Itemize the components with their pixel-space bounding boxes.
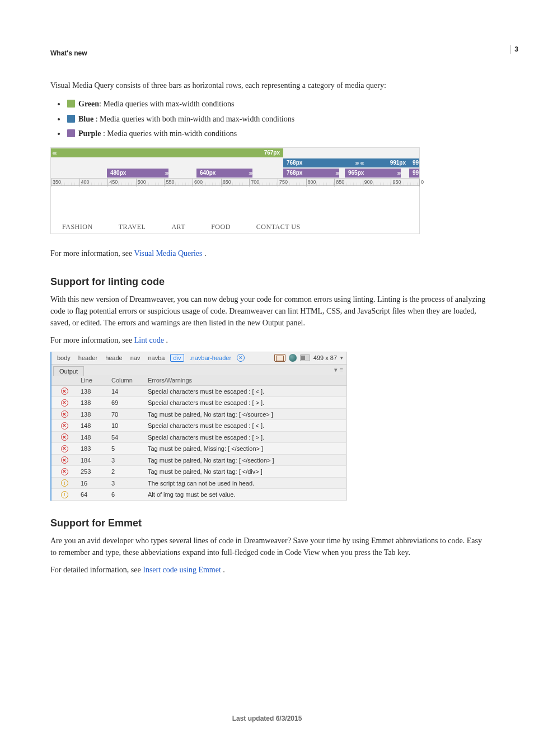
error-icon: ✕ (61, 468, 68, 475)
globe-icon[interactable] (289, 354, 297, 362)
col-message[interactable]: Errors/Warnings (144, 375, 347, 386)
ruler-tick-label: 350 (53, 179, 61, 185)
ruler-tick: 700 (249, 179, 250, 186)
cell-line: 138 (77, 397, 108, 409)
color-swatch (67, 115, 75, 123)
emmet-more-info: For detailed information, see Insert cod… (50, 564, 487, 576)
error-icon: ✕ (61, 433, 68, 441)
cell-message: Tag must be paired, No start tag: [ </se… (144, 454, 347, 466)
mq-blue-b-label: 991px (390, 160, 406, 166)
intro-paragraph: Visual Media Query consists of three bar… (50, 80, 487, 91)
breadcrumb-item[interactable]: header (76, 354, 100, 361)
ruler-tick: 950 (391, 179, 391, 186)
chevrons-right-icon: ››››› (249, 169, 251, 178)
table-row[interactable]: ✕1843Tag must be paired, No start tag: [… (51, 454, 347, 466)
table-row[interactable]: ✕13870Tag must be paired, No start tag: … (51, 408, 347, 420)
ruler-tick-label: 800 (308, 179, 316, 185)
mq-bar-blue-a: 768px ››››› (283, 158, 359, 167)
cell-line: 138 (77, 385, 108, 397)
breadcrumb-item[interactable]: navba (146, 354, 167, 361)
breadcrumb-item[interactable]: nav (128, 354, 143, 361)
color-legend-list: Green: Media queries with max-width cond… (50, 97, 495, 142)
link-lint-code[interactable]: Lint code (134, 336, 164, 344)
table-row[interactable]: ✕2532Tag must be paired, No start tag: [… (51, 466, 347, 478)
table-row[interactable]: ✕1835Tag must be paired, Missing: [ </se… (51, 443, 347, 455)
table-row[interactable]: !163The script tag can not be used in he… (51, 477, 347, 489)
chevrons-right-icon: ››››› (355, 158, 358, 167)
output-panel-figure: body header heade nav navba div .navbar-… (50, 352, 347, 501)
device-preview-icon[interactable] (274, 354, 285, 362)
ruler-tick-label: 550 (166, 179, 174, 185)
chevrons-right-icon: ››››› (335, 169, 338, 178)
ruler-tick: 650 (221, 179, 222, 186)
breadcrumb-item[interactable]: heade (103, 354, 125, 361)
nav-item[interactable]: ART (171, 223, 185, 231)
ruler-tick-label: 400 (81, 179, 90, 185)
mq-bar-blue-c: 99 (409, 158, 419, 167)
mq-purple-c-label: 768px (287, 170, 302, 176)
toggle-icon[interactable] (300, 354, 310, 361)
last-updated: Last updated 6/3/2015 (0, 715, 534, 722)
legend-desc: : Media queries with max-width condition… (99, 100, 234, 108)
panel-menu-icon[interactable]: ≡ (340, 366, 343, 374)
nav-item[interactable]: CONTACT US (256, 223, 301, 231)
table-row[interactable]: !646Alt of img tag must be set value. (51, 489, 347, 501)
close-icon[interactable]: ✕ (237, 354, 245, 362)
nav-item[interactable]: FOOD (211, 223, 231, 231)
ruler-tick: 400 (79, 179, 80, 186)
error-icon: ✕ (61, 456, 68, 464)
cell-column: 3 (108, 454, 144, 466)
emmet-paragraph: Are you an avid developer who types seve… (50, 535, 487, 558)
cell-column: 54 (108, 431, 144, 443)
panel-collapse-icon[interactable]: ▾ (334, 366, 338, 374)
cell-line: 148 (77, 431, 108, 443)
cell-column: 5 (108, 443, 144, 455)
legend-name: Blue (78, 115, 93, 123)
cell-column: 2 (108, 466, 144, 478)
breadcrumb-tag[interactable]: div (170, 354, 184, 362)
ruler-tick-label: 0 (421, 179, 424, 185)
mq-bar-purple-a: 480px ››››› (107, 169, 168, 178)
cell-line: 183 (77, 443, 108, 455)
linting-paragraph: With this new version of Dreamweaver, yo… (50, 293, 487, 329)
selection-dimensions: 499 x 87 (313, 354, 337, 361)
chevron-down-icon[interactable]: ▾ (340, 355, 343, 361)
link-emmet[interactable]: Insert code using Emmet (143, 566, 221, 574)
ruler-tick-label: 700 (251, 179, 259, 185)
cell-message: Tag must be paired, No start tag: [ </di… (144, 466, 347, 478)
legend-desc: : Media queries with min-width condition… (101, 129, 237, 138)
breadcrumb-selector[interactable]: .navbar-header (188, 354, 234, 361)
nav-item[interactable]: TRAVEL (119, 223, 146, 231)
ruler-tick-label: 450 (109, 179, 118, 185)
legend-item: Purple : Media queries with min-width co… (66, 127, 495, 142)
ruler-tick-label: 750 (279, 179, 288, 185)
breadcrumb-item[interactable]: body (55, 354, 73, 361)
tab-output[interactable]: Output (53, 366, 84, 376)
table-row[interactable]: ✕13814Special characters must be escaped… (51, 385, 347, 397)
ruler-tick: 0 (419, 179, 420, 186)
cell-message: Alt of img tag must be set value. (144, 489, 347, 501)
ruler-tick: 600 (193, 179, 193, 186)
mq-bar-purple-e: 99 (409, 169, 419, 178)
legend-name: Green (78, 100, 99, 108)
error-icon: ✕ (61, 399, 68, 407)
cell-column: 69 (108, 397, 144, 409)
link-visual-media-queries[interactable]: Visual Media Queries (134, 249, 202, 258)
mq-blue-c-label: 99 (413, 160, 419, 166)
nav-item[interactable]: FASHION (62, 223, 93, 231)
table-row[interactable]: ✕14854Special characters must be escaped… (51, 431, 347, 443)
col-severity (51, 375, 77, 386)
chevrons-right-icon: ››››› (165, 169, 167, 178)
col-line[interactable]: Line (77, 375, 108, 386)
cell-line: 16 (77, 477, 108, 489)
heading-emmet: Support for Emmet (50, 517, 495, 529)
table-row[interactable]: ✕14810Special characters must be escaped… (51, 420, 347, 432)
linting-more-info: For more information, see Lint code . (50, 334, 487, 346)
mq-purple-b-label: 640px (200, 170, 216, 176)
ruler-tick: 750 (278, 179, 278, 186)
chevrons-left-icon: ‹‹‹‹‹ (360, 158, 363, 167)
legend-name: Purple (78, 129, 101, 138)
table-row[interactable]: ✕13869Special characters must be escaped… (51, 397, 347, 409)
cell-line: 64 (77, 489, 108, 501)
col-column[interactable]: Column (108, 375, 144, 386)
